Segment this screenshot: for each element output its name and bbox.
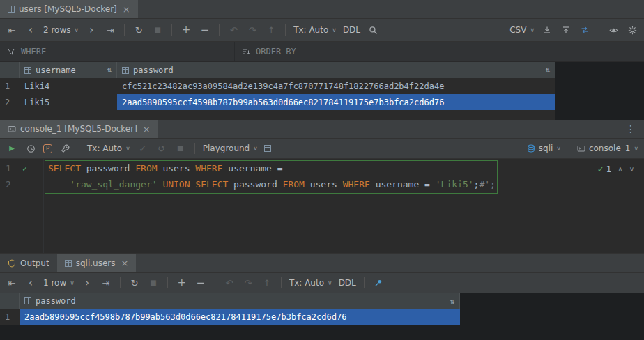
- grid-header-row: username ⇅ password ⇅: [0, 62, 555, 78]
- ddl-button[interactable]: DDL: [343, 25, 360, 35]
- rollback-icon[interactable]: ↺: [155, 142, 168, 155]
- pin-tab-icon[interactable]: [372, 277, 385, 289]
- redo-icon[interactable]: ↷: [246, 24, 259, 36]
- sql-line-1[interactable]: SELECT password FROM users WHERE usernam…: [48, 160, 283, 176]
- next-page-icon[interactable]: ›: [85, 24, 98, 36]
- tab-output[interactable]: Output: [0, 254, 57, 272]
- delete-row-icon[interactable]: −: [199, 24, 211, 36]
- console-toolbar-right: sqli ∨ console_1 ∨: [527, 143, 638, 154]
- tab-users-table[interactable]: users [MySQL5-Docker] ×: [0, 0, 138, 18]
- tx-mode-label: Tx: Auto: [289, 278, 324, 288]
- column-icon: [24, 298, 31, 304]
- close-icon[interactable]: ×: [121, 258, 128, 268]
- editor-result-nav: ✓ 1 ∧ ∨: [597, 164, 634, 174]
- column-header-password[interactable]: password ⇅: [117, 62, 555, 78]
- column-header-password[interactable]: password ⇅: [20, 293, 460, 309]
- refresh-icon[interactable]: ↻: [128, 277, 141, 289]
- column-icon: [122, 67, 129, 74]
- prev-page-icon[interactable]: ‹: [24, 277, 37, 289]
- session-dropdown[interactable]: console_1 ∨: [577, 144, 638, 153]
- schema-dropdown[interactable]: sqli ∨: [527, 144, 561, 153]
- chevron-down-icon: ∨: [125, 146, 130, 152]
- run-icon[interactable]: ▶: [6, 142, 18, 155]
- parameters-icon[interactable]: P: [43, 144, 52, 153]
- line-number: 2: [6, 176, 17, 192]
- tx-mode-dropdown[interactable]: Tx: Auto ∨: [289, 278, 332, 288]
- last-page-icon[interactable]: ⇥: [104, 24, 116, 36]
- sql-line-2[interactable]: 'raw_sql_danger' UNION SELECT password F…: [48, 176, 496, 192]
- divider: [364, 277, 365, 288]
- row-number: 2: [0, 94, 20, 110]
- table-icon: [65, 260, 72, 267]
- tab-console-1[interactable]: console_1 [MySQL5-Docker] ×: [0, 120, 158, 138]
- cell-username[interactable]: Liki4: [20, 78, 117, 94]
- submit-icon[interactable]: ↑: [265, 24, 277, 36]
- last-page-icon[interactable]: ⇥: [100, 277, 112, 289]
- grid-outside-area: [460, 293, 644, 325]
- submit-icon[interactable]: ↑: [261, 277, 273, 289]
- page-size-dropdown[interactable]: 2 rows ∨: [43, 25, 79, 35]
- sort-icon[interactable]: ⇅: [107, 65, 112, 75]
- cell-password-selected[interactable]: 2aad5890595ccf4598b787b99ab563d0d66ec821…: [117, 94, 555, 110]
- order-by-field[interactable]: ORDER BY: [234, 42, 644, 61]
- session-label: console_1: [589, 144, 631, 153]
- panel-empty-space: [0, 325, 644, 340]
- order-by-icon: [242, 47, 250, 56]
- search-icon[interactable]: [367, 24, 379, 36]
- sql-editor[interactable]: 1 2 ✓ SELECT password FROM users WHERE u…: [0, 159, 644, 253]
- add-row-icon[interactable]: +: [176, 277, 188, 289]
- username-header-label: username: [36, 65, 76, 75]
- cell-username[interactable]: Liki5: [20, 94, 117, 110]
- page-size-dropdown[interactable]: 1 row ∨: [43, 278, 75, 288]
- add-row-icon[interactable]: +: [180, 24, 192, 36]
- column-icon: [24, 67, 31, 74]
- sort-icon[interactable]: ⇅: [545, 65, 550, 75]
- ddl-button[interactable]: DDL: [339, 278, 356, 288]
- gear-icon[interactable]: [626, 24, 638, 36]
- playground-dropdown[interactable]: Playground ∨: [203, 144, 258, 153]
- where-filter-field[interactable]: WHERE: [0, 42, 234, 61]
- grid-toolbar-right: CSV ∨: [509, 24, 638, 36]
- first-page-icon[interactable]: ⇤: [6, 277, 18, 289]
- stop-icon[interactable]: ■: [147, 277, 160, 289]
- refresh-icon[interactable]: ↻: [132, 24, 145, 36]
- schema-label: sqli: [539, 144, 553, 153]
- delete-row-icon[interactable]: −: [194, 277, 207, 289]
- extractor-dropdown[interactable]: CSV ∨: [509, 25, 535, 35]
- cell-password-selected[interactable]: 2aad5890595ccf4598b787b99ab563d0d66ec821…: [20, 309, 460, 325]
- first-page-icon[interactable]: ⇤: [6, 24, 18, 36]
- redo-icon[interactable]: ↷: [242, 277, 254, 289]
- cancel-icon[interactable]: ■: [174, 142, 187, 155]
- chevron-down-icon[interactable]: ∨: [629, 166, 634, 173]
- more-options-icon[interactable]: ⋮: [618, 120, 644, 138]
- password-header-label: password: [36, 296, 76, 306]
- grid-toolbar: ⇤ ‹ 2 rows ∨ › ⇥ ↻ ■ + − ↶ ↷ ↑ Tx: Auto …: [0, 19, 644, 42]
- undo-icon[interactable]: ↶: [223, 277, 236, 289]
- sort-icon[interactable]: ⇅: [450, 297, 454, 306]
- close-icon[interactable]: ×: [143, 125, 151, 134]
- import-upload-icon[interactable]: [560, 24, 572, 36]
- tab-sqli-users-result[interactable]: sqli.users ×: [57, 254, 137, 272]
- commit-icon[interactable]: ✓: [137, 142, 149, 155]
- in-editor-results-icon[interactable]: [264, 145, 271, 152]
- data-transfer-icon[interactable]: [578, 24, 591, 36]
- column-header-username[interactable]: username ⇅: [20, 62, 117, 78]
- prev-page-icon[interactable]: ‹: [24, 24, 37, 36]
- history-clock-icon[interactable]: [24, 142, 37, 155]
- export-download-icon[interactable]: [541, 24, 553, 36]
- cell-password[interactable]: cfc521c23482ac93a09584ad2e139c4a7fc87077…: [117, 78, 555, 94]
- eye-icon[interactable]: [607, 24, 620, 36]
- tx-mode-dropdown[interactable]: Tx: Auto ∨: [87, 144, 130, 153]
- chevron-up-icon[interactable]: ∧: [618, 166, 622, 173]
- chevron-down-icon: ∨: [253, 146, 258, 152]
- next-page-icon[interactable]: ›: [81, 277, 93, 289]
- divider: [281, 277, 282, 288]
- grid-header-row: password ⇅: [0, 293, 460, 309]
- stop-icon[interactable]: ■: [151, 24, 164, 36]
- close-icon[interactable]: ×: [123, 5, 130, 14]
- wrench-icon[interactable]: [59, 142, 71, 155]
- undo-icon[interactable]: ↶: [227, 24, 240, 36]
- grid-filter-bar: WHERE ORDER BY: [0, 42, 644, 62]
- tx-mode-dropdown[interactable]: Tx: Auto ∨: [293, 25, 337, 35]
- console-toolbar: ▶ P Tx: Auto ∨ ✓ ↺ ■ Playground ∨: [0, 139, 644, 159]
